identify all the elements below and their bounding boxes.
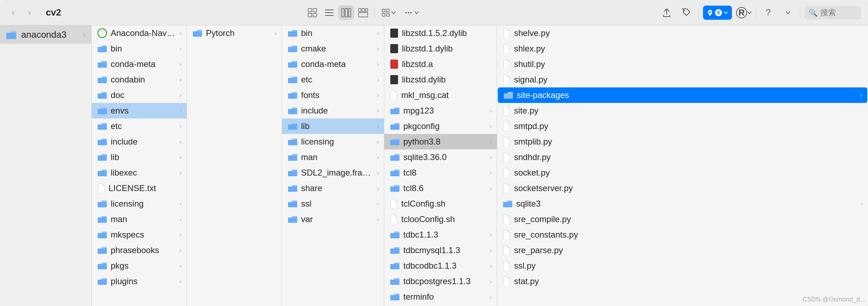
list-item[interactable]: tdbcmysql1.1.3 › [384, 243, 497, 258]
chevron-icon: › [377, 61, 379, 68]
folder-icon [288, 169, 298, 177]
chevron-icon: › [860, 92, 862, 99]
list-item[interactable]: tdbcpostgres1.1.3 › [384, 274, 497, 289]
list-item-site-packages[interactable]: site-packages › [498, 87, 867, 103]
list-item-envs[interactable]: envs › [92, 103, 187, 118]
folder-icon [390, 122, 400, 130]
list-item[interactable]: bin › [282, 25, 384, 41]
list-item[interactable]: ssl.py [497, 258, 868, 274]
folder-icon [97, 277, 107, 285]
svg-rect-17 [386, 13, 389, 16]
py-file-icon [503, 75, 511, 85]
more-button[interactable] [401, 6, 423, 20]
search-input[interactable] [820, 8, 856, 17]
back-button[interactable]: ‹ [7, 6, 20, 19]
list-item[interactable]: cmake › [282, 41, 384, 56]
list-item[interactable]: man › [282, 149, 384, 165]
list-item[interactable]: fonts › [282, 87, 384, 103]
list-item[interactable]: doc › [92, 87, 187, 103]
share-button[interactable] [659, 6, 674, 20]
chevron-icon: › [490, 107, 492, 115]
list-item[interactable]: sndhdr.py [497, 149, 868, 165]
list-item[interactable]: etc › [282, 72, 384, 87]
list-item[interactable]: libexec › [92, 165, 187, 180]
group-button[interactable] [378, 6, 399, 20]
list-item[interactable]: licensing › [92, 196, 187, 212]
list-item-lib[interactable]: lib › [282, 118, 384, 134]
list-item-python38[interactable]: python3.8 › [384, 134, 497, 149]
list-item[interactable]: etc › [92, 118, 187, 134]
chevron-icon: › [377, 45, 379, 53]
main-content: anaconda3 › Anaconda-Navigator.app › bin… [0, 25, 868, 306]
list-item[interactable]: conda-meta › [282, 56, 384, 72]
list-item[interactable]: var › [282, 212, 384, 227]
list-item[interactable]: socket.py [497, 165, 868, 180]
tag-button[interactable] [679, 6, 694, 20]
list-item[interactable]: tdbcodbc1.1.3 › [384, 258, 497, 274]
list-item[interactable]: tcl8 › [384, 165, 497, 180]
list-item[interactable]: sre_parse.py [497, 243, 868, 258]
list-item[interactable]: share › [282, 180, 384, 196]
list-item[interactable]: tdbc1.1.3 › [384, 227, 497, 243]
list-item[interactable]: terminfo › [384, 289, 497, 305]
list-item[interactable]: man › [92, 212, 187, 227]
chevron-icon: › [377, 30, 379, 37]
list-item[interactable]: signal.py [497, 72, 868, 87]
list-item[interactable]: pkgs › [92, 258, 187, 274]
list-item[interactable]: plugins › [92, 274, 187, 289]
list-item[interactable]: site.py [497, 103, 868, 118]
list-item[interactable]: LICENSE.txt [92, 180, 187, 196]
list-item[interactable]: tcl8.6 › [384, 180, 497, 196]
location-badge-button[interactable]: 0 [703, 6, 732, 20]
list-item-pytorch[interactable]: Pytorch › [187, 25, 282, 41]
list-item[interactable]: include › [92, 134, 187, 149]
gallery-view-button[interactable] [355, 6, 371, 20]
list-item[interactable]: ssl › [282, 196, 384, 212]
list-item[interactable]: shelve.py [497, 25, 868, 41]
folder-icon [97, 262, 107, 270]
forward-button[interactable]: › [23, 6, 36, 19]
list-item[interactable]: phrasebooks › [92, 243, 187, 258]
list-item[interactable]: bin › [92, 41, 187, 56]
list-item[interactable]: libzstd.dylib [384, 72, 497, 87]
chevron-icon: › [377, 138, 379, 146]
list-item[interactable]: Anaconda-Navigator.app › [92, 25, 187, 41]
list-item[interactable]: mkl_msg.cat [384, 87, 497, 103]
svg-rect-9 [349, 8, 351, 17]
list-item[interactable]: lib › [92, 149, 187, 165]
folder-icon [288, 122, 298, 130]
list-item[interactable]: sqlite3.36.0 › [384, 149, 497, 165]
list-item[interactable]: smtplib.py [497, 134, 868, 149]
list-item[interactable]: tclConfig.sh [384, 196, 497, 212]
list-item[interactable]: include › [282, 103, 384, 118]
list-item[interactable]: SDL2_image.framework › [282, 165, 384, 180]
more2-button[interactable] [780, 6, 796, 20]
list-item[interactable]: mkspecs › [92, 227, 187, 243]
list-item[interactable]: condabin › [92, 72, 187, 87]
list-item[interactable]: conda-meta › [92, 56, 187, 72]
list-view-button[interactable] [322, 6, 337, 20]
list-item[interactable]: libzstd.1.dylib [384, 41, 497, 56]
py-file-icon [503, 168, 511, 178]
list-item[interactable]: libzstd.1.5.2.dylib [384, 25, 497, 41]
list-item[interactable]: stat.py [497, 274, 868, 289]
list-item[interactable]: sre_constants.py [497, 227, 868, 243]
list-item[interactable]: shlex.py [497, 41, 868, 56]
help-button[interactable]: ? [760, 6, 776, 20]
list-item[interactable]: pkgconfig › [384, 118, 497, 134]
folder-icon [97, 169, 107, 177]
list-item[interactable]: sre_compile.py [497, 212, 868, 227]
list-item[interactable]: shutil.py [497, 56, 868, 72]
sidebar-item-anaconda3[interactable]: anaconda3 › [0, 25, 91, 44]
icon-view-button[interactable] [305, 6, 320, 20]
chevron-icon: › [179, 92, 182, 99]
list-item[interactable]: licensing › [282, 134, 384, 149]
list-item[interactable]: mpg123 › [384, 103, 497, 118]
list-item[interactable]: smtpd.py [497, 118, 868, 134]
list-item[interactable]: tclooConfig.sh [384, 212, 497, 227]
list-item[interactable]: libzstd.a [384, 56, 497, 72]
column-view-button[interactable] [338, 6, 354, 20]
list-item[interactable]: sqlite3 › [497, 196, 868, 212]
list-item[interactable]: socketserver.py [497, 180, 868, 196]
r-button[interactable]: R [736, 6, 752, 20]
